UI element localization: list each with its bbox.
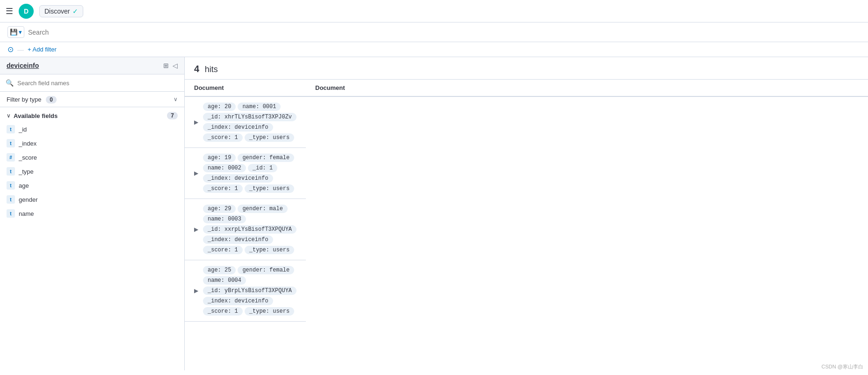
expand-row-button[interactable]: ▶ — [194, 287, 198, 294]
sidebar: deviceinfo ⊞ ◁ 🔍 Filter by type 0 ∨ ∨ Av… — [0, 57, 185, 370]
index-selector: deviceinfo ⊞ ◁ — [0, 57, 184, 74]
field-tag: name: 0004 — [203, 276, 246, 285]
search-input[interactable] — [28, 29, 861, 36]
field-search-icon: 🔍 — [6, 79, 14, 87]
filter-type-badge: 0 — [46, 96, 57, 103]
expand-row-button[interactable]: ▶ — [194, 226, 198, 233]
save-dropdown-arrow: ▾ — [19, 29, 22, 36]
field-type-badge: t — [7, 167, 15, 176]
field-tag: gender: male — [238, 205, 287, 213]
field-type-badge: t — [7, 139, 15, 147]
hits-label: hits — [205, 65, 218, 74]
field-tag: _id: xxrpLYsBisofT3XPQUYA — [203, 225, 297, 234]
field-tag: _score: 1 — [203, 184, 243, 193]
field-type-badge: # — [7, 153, 15, 162]
field-type-badge: t — [7, 195, 15, 204]
field-tag: _score: 1 — [203, 133, 243, 142]
grid-icon[interactable]: ⊞ — [163, 62, 169, 69]
expand-row-button[interactable]: ▶ — [194, 170, 198, 176]
table-row: ▶ age: 19gender: femalename: 0002_id: 1_… — [185, 148, 868, 199]
field-name: _id — [19, 126, 27, 133]
field-search: 🔍 — [0, 74, 184, 92]
app-name-label: Discover — [44, 7, 70, 15]
app-name-button[interactable]: Discover ✓ — [39, 5, 83, 17]
search-bar: 💾 ▾ — [0, 22, 868, 42]
filter-by-type-row[interactable]: Filter by type 0 ∨ — [0, 92, 184, 107]
results-pane: 4 hits Document Document ▶ age: 20name: … — [185, 57, 868, 370]
document-column-header-label: Document — [306, 80, 868, 96]
field-tag: _type: users — [245, 133, 294, 142]
top-nav: ☰ D Discover ✓ — [0, 0, 868, 22]
index-controls: ⊞ ◁ — [163, 62, 178, 69]
filter-icon[interactable]: ⊙ — [7, 45, 14, 54]
table-row: ▶ age: 25gender: femalename: 0004_id: yB… — [185, 260, 868, 322]
field-name: gender — [19, 196, 37, 203]
field-name: _score — [19, 154, 37, 161]
main-layout: deviceinfo ⊞ ◁ 🔍 Filter by type 0 ∨ ∨ Av… — [0, 57, 868, 370]
collapse-sidebar-icon[interactable]: ◁ — [173, 62, 178, 69]
field-tag: gender: female — [238, 154, 294, 162]
hits-number: 4 — [194, 64, 199, 74]
watermark: CSDN @寒山李白 — [822, 363, 863, 370]
field-tag: _score: 1 — [203, 307, 243, 316]
results-table: Document Document ▶ age: 20name: 0001_id… — [185, 80, 868, 322]
field-search-input[interactable] — [17, 80, 179, 87]
available-fields-collapse-icon[interactable]: ∨ — [7, 112, 11, 119]
available-fields-header: ∨ Available fields 7 — [0, 107, 184, 122]
save-icon: 💾 — [10, 29, 18, 36]
field-tag: age: 29 — [203, 205, 236, 213]
field-tag: age: 19 — [203, 154, 236, 162]
field-item[interactable]: t _type — [0, 164, 184, 178]
filter-row: ⊙ — + Add filter — [0, 42, 868, 57]
field-tag: _type: users — [245, 184, 294, 193]
add-filter-button[interactable]: + Add filter — [28, 46, 57, 53]
expand-cell: ▶ age: 20name: 0001_id: xhrTLYsBisofT3XP… — [185, 96, 306, 148]
field-tag: _id: yBrpLYsBisofT3XPQUYA — [203, 287, 297, 295]
results-body: ▶ age: 20name: 0001_id: xhrTLYsBisofT3XP… — [185, 96, 868, 322]
document-column-header: Document — [185, 80, 306, 96]
field-tags: age: 20name: 0001_id: xhrTLYsBisofT3XPJ0… — [203, 103, 297, 142]
table-row: ▶ age: 29gender: malename: 0003_id: xxrp… — [185, 199, 868, 260]
field-name: _type — [19, 168, 34, 175]
checkmark-icon: ✓ — [72, 7, 78, 15]
hamburger-icon[interactable]: ☰ — [6, 6, 13, 16]
field-tag: age: 25 — [203, 266, 236, 274]
field-tags: age: 29gender: malename: 0003_id: xxrpLY… — [203, 205, 297, 254]
expand-cell: ▶ age: 29gender: malename: 0003_id: xxrp… — [185, 199, 306, 260]
field-tag: name: 0003 — [203, 215, 246, 223]
save-button[interactable]: 💾 ▾ — [7, 26, 24, 38]
expand-row-button[interactable]: ▶ — [194, 119, 198, 125]
hits-header: 4 hits — [185, 57, 868, 80]
field-item[interactable]: # _score — [0, 150, 184, 164]
table-row: ▶ age: 20name: 0001_id: xhrTLYsBisofT3XP… — [185, 96, 868, 148]
field-type-badge: t — [7, 209, 15, 218]
hits-count: 4 hits — [194, 64, 218, 74]
avatar[interactable]: D — [19, 4, 34, 19]
field-item[interactable]: t _index — [0, 136, 184, 150]
field-tag: _index: deviceinfo — [203, 235, 273, 244]
index-name[interactable]: deviceinfo — [7, 62, 39, 69]
filter-type-left: Filter by type 0 — [7, 96, 57, 103]
field-tag: name: 0002 — [203, 164, 246, 172]
field-tag: _index: deviceinfo — [203, 123, 273, 132]
field-item[interactable]: t gender — [0, 192, 184, 206]
field-item[interactable]: t name — [0, 206, 184, 221]
field-tag: _type: users — [245, 307, 294, 316]
field-list: t _id t _index # _score t _type t age t … — [0, 122, 184, 221]
field-tag: name: 0001 — [238, 103, 281, 111]
field-name: age — [19, 182, 29, 189]
field-name: name — [19, 210, 34, 217]
available-fields-label: Available fields — [14, 112, 58, 119]
field-tags: age: 19gender: femalename: 0002_id: 1_in… — [203, 154, 297, 193]
field-item[interactable]: t age — [0, 178, 184, 192]
field-tag: _id: xhrTLYsBisofT3XPJ0Zv — [203, 113, 297, 121]
expand-cell: ▶ age: 25gender: femalename: 0004_id: yB… — [185, 260, 306, 322]
field-item[interactable]: t _id — [0, 122, 184, 136]
filter-type-chevron: ∨ — [174, 96, 178, 103]
field-tag: _type: users — [245, 246, 294, 254]
field-type-badge: t — [7, 181, 15, 190]
expand-cell: ▶ age: 19gender: femalename: 0002_id: 1_… — [185, 148, 306, 199]
field-tag: _index: deviceinfo — [203, 174, 273, 183]
field-tags: age: 25gender: femalename: 0004_id: yBrp… — [203, 266, 297, 316]
field-type-badge: t — [7, 125, 15, 133]
